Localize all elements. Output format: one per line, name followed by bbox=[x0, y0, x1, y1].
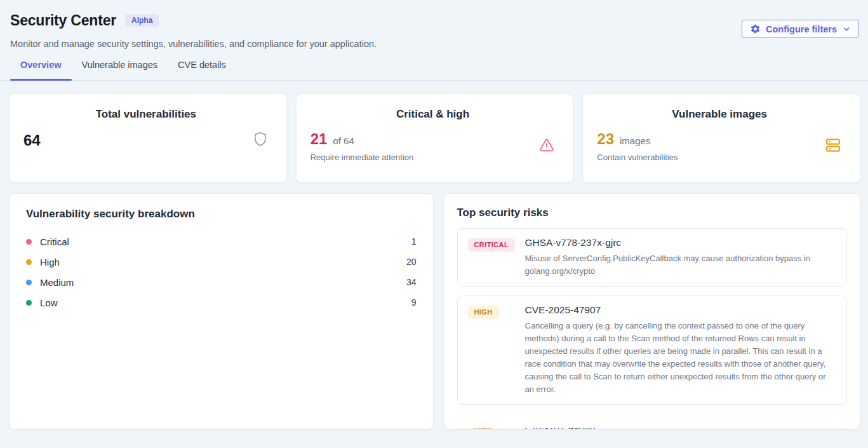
legend-row-critical: Critical 1 bbox=[26, 231, 417, 252]
high-dot-icon bbox=[26, 259, 32, 265]
legend-label: High bbox=[40, 257, 60, 268]
panels-row: Vulnerability security breakdown Critica… bbox=[9, 193, 860, 430]
configure-filters-label: Configure filters bbox=[766, 24, 837, 34]
legend-value: 34 bbox=[406, 277, 417, 287]
stat-title: Total vulnerabilities bbox=[23, 108, 269, 121]
severity-badge: HIGH bbox=[468, 424, 499, 430]
stat-card-total-vulnerabilities: Total vulnerabilities 64 bbox=[9, 93, 287, 183]
legend-row-low: Low 9 bbox=[26, 292, 417, 313]
gear-icon bbox=[750, 24, 761, 34]
breakdown-title: Vulnerability security breakdown bbox=[26, 208, 417, 221]
vulnerability-breakdown-panel: Vulnerability security breakdown Critica… bbox=[9, 193, 434, 430]
tab-vulnerable-images[interactable]: Vulnerable images bbox=[72, 51, 168, 80]
stat-value: 21 bbox=[310, 131, 328, 147]
legend-row-medium: Medium 34 bbox=[26, 272, 417, 292]
stat-suffix: images bbox=[620, 135, 650, 146]
critical-dot-icon bbox=[26, 239, 32, 245]
risk-item-ghsa-v778-237x-gjrc[interactable]: CRITICAL GHSA-v778-237x-gjrc Misuse of S… bbox=[457, 228, 848, 287]
chevron-down-icon bbox=[842, 25, 851, 34]
legend-label: Medium bbox=[40, 277, 74, 288]
tab-overview[interactable]: Overview bbox=[10, 51, 72, 80]
medium-dot-icon bbox=[26, 280, 32, 285]
stat-card-critical-high: Critical & high 21 of 64 Require immedia… bbox=[296, 93, 574, 183]
stats-row: Total vulnerabilities 64 Critical & high… bbox=[9, 93, 860, 183]
page-subtitle: Monitor and manage security settings, vu… bbox=[10, 39, 858, 49]
risk-description: Cancelling a query (e.g. by cancelling t… bbox=[525, 320, 837, 396]
risk-id: CVE-2025-47907 bbox=[525, 304, 837, 316]
alpha-badge: Alpha bbox=[125, 14, 159, 27]
top-security-risks-panel: Top security risks CRITICAL GHSA-v778-23… bbox=[444, 193, 861, 430]
risk-item-cve-2025-9086[interactable]: HIGH CVE-2025-9086 bbox=[457, 414, 848, 430]
stat-title: Vulnerable images bbox=[597, 108, 842, 121]
page-header: Security Center Alpha Monitor and manage… bbox=[0, 0, 868, 49]
stat-title: Critical & high bbox=[310, 108, 556, 121]
legend-value: 20 bbox=[406, 257, 417, 267]
stat-value: 64 bbox=[23, 132, 41, 149]
stat-value: 23 bbox=[597, 131, 614, 147]
server-stack-icon bbox=[824, 137, 842, 156]
stat-card-vulnerable-images: Vulnerable images 23 images Contain vuln… bbox=[582, 93, 860, 183]
risk-id: CVE-2025-9086 bbox=[525, 423, 837, 430]
legend-label: Critical bbox=[40, 236, 69, 247]
legend-row-high: High 20 bbox=[26, 252, 417, 272]
legend-value: 9 bbox=[411, 297, 417, 308]
tab-bar: Overview Vulnerable images CVE details bbox=[0, 51, 868, 81]
legend-value: 1 bbox=[411, 236, 417, 247]
risk-list: CRITICAL GHSA-v778-237x-gjrc Misuse of S… bbox=[457, 228, 848, 430]
risks-title: Top security risks bbox=[457, 207, 848, 219]
risk-id: GHSA-v778-237x-gjrc bbox=[525, 237, 837, 248]
severity-legend: Critical 1 High 20 Medium 34 Low 9 bbox=[26, 231, 417, 313]
page-title: Security Center bbox=[10, 12, 116, 29]
warning-triangle-icon bbox=[538, 137, 555, 156]
risk-item-cve-2025-47907[interactable]: HIGH CVE-2025-47907 Cancelling a query (… bbox=[457, 295, 848, 405]
severity-badge: CRITICAL bbox=[468, 238, 516, 252]
stat-description: Contain vulnerabilities bbox=[597, 153, 678, 162]
severity-badge: HIGH bbox=[468, 306, 499, 319]
legend-label: Low bbox=[40, 297, 58, 308]
tab-cve-details[interactable]: CVE details bbox=[168, 51, 236, 80]
stat-suffix: of 64 bbox=[333, 135, 354, 146]
low-dot-icon bbox=[26, 300, 32, 306]
risk-description: Misuse of ServerConfig.PublicKeyCallback… bbox=[525, 252, 837, 278]
stat-description: Require immediate attention bbox=[310, 153, 414, 162]
shield-icon bbox=[252, 131, 269, 150]
configure-filters-button[interactable]: Configure filters bbox=[742, 20, 859, 38]
